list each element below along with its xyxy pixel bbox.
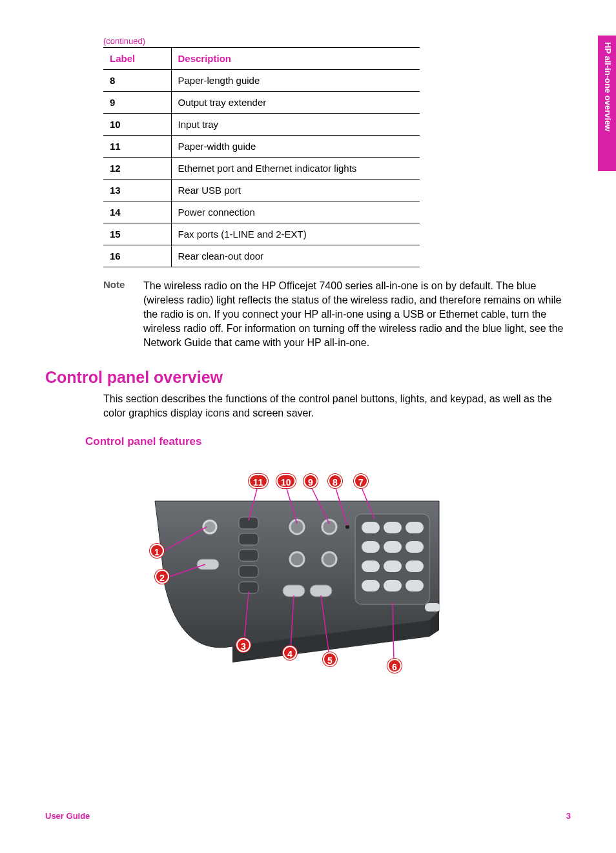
svg-rect-2 xyxy=(384,522,402,533)
control-panel-diagram: 11 10 9 8 7 1 2 3 4 5 6 xyxy=(103,462,452,675)
footer-page-number: 3 xyxy=(566,811,571,821)
callout-8: 8 xyxy=(328,474,342,488)
note-block: Note The wireless radio on the HP Office… xyxy=(103,279,568,350)
svg-rect-5 xyxy=(384,541,402,553)
table-row: 10Input tray xyxy=(103,114,420,136)
svg-rect-27 xyxy=(197,559,219,570)
page-footer: User Guide 3 xyxy=(45,811,571,821)
table-row: 11Paper-width guide xyxy=(103,136,420,158)
cell-label: 11 xyxy=(103,136,171,158)
cell-desc: Output tray extender xyxy=(171,92,420,114)
svg-rect-19 xyxy=(283,585,305,597)
svg-rect-12 xyxy=(406,580,424,591)
svg-rect-10 xyxy=(362,580,380,591)
cell-desc: Rear clean-out door xyxy=(171,245,420,267)
table-row: 9Output tray extender xyxy=(103,92,420,114)
svg-rect-6 xyxy=(406,541,424,553)
svg-rect-23 xyxy=(239,550,258,561)
svg-rect-4 xyxy=(362,541,380,553)
svg-rect-3 xyxy=(406,522,424,533)
cell-desc: Paper-width guide xyxy=(171,136,420,158)
svg-rect-13 xyxy=(425,603,440,611)
svg-rect-11 xyxy=(384,580,402,591)
cell-label: 9 xyxy=(103,92,171,114)
parts-table: Label Description 8Paper-length guide 9O… xyxy=(103,47,420,267)
svg-point-16 xyxy=(290,552,304,566)
table-row: 16Rear clean-out door xyxy=(103,245,420,267)
cell-label: 8 xyxy=(103,70,171,92)
callout-6: 6 xyxy=(387,659,402,673)
svg-rect-9 xyxy=(406,560,424,572)
svg-point-17 xyxy=(322,552,336,566)
table-header-row: Label Description xyxy=(103,48,420,70)
cell-desc: Fax ports (1-LINE and 2-EXT) xyxy=(171,223,420,245)
callout-3: 3 xyxy=(236,638,251,652)
section-intro: This section describes the functions of … xyxy=(103,392,562,420)
continued-marker: (continued) xyxy=(103,36,571,46)
table-row: 8Paper-length guide xyxy=(103,70,420,92)
cell-label: 16 xyxy=(103,245,171,267)
svg-rect-22 xyxy=(239,533,258,545)
cell-desc: Ethernet port and Ethernet indicator lig… xyxy=(171,158,420,180)
panel-illustration xyxy=(103,462,452,675)
cell-desc: Power connection xyxy=(171,201,420,223)
note-body: The wireless radio on the HP Officejet 7… xyxy=(143,279,568,350)
table-row: 13Rear USB port xyxy=(103,180,420,201)
svg-rect-1 xyxy=(362,522,380,533)
callout-4: 4 xyxy=(283,646,297,660)
cell-desc: Input tray xyxy=(171,114,420,136)
col-description: Description xyxy=(171,48,420,70)
callout-1: 1 xyxy=(150,544,164,558)
cell-label: 14 xyxy=(103,201,171,223)
cell-label: 13 xyxy=(103,180,171,201)
callout-11: 11 xyxy=(249,474,268,488)
callout-9: 9 xyxy=(303,474,318,488)
svg-point-15 xyxy=(322,520,336,534)
note-label: Note xyxy=(103,279,143,350)
subsection-heading: Control panel features xyxy=(85,435,571,448)
cell-desc: Paper-length guide xyxy=(171,70,420,92)
footer-left: User Guide xyxy=(45,811,90,821)
svg-rect-24 xyxy=(239,566,258,577)
cell-label: 12 xyxy=(103,158,171,180)
page-content: (continued) Label Description 8Paper-len… xyxy=(0,0,616,675)
section-heading: Control panel overview xyxy=(45,368,571,387)
cell-label: 15 xyxy=(103,223,171,245)
table-row: 12Ethernet port and Ethernet indicator l… xyxy=(103,158,420,180)
callout-5: 5 xyxy=(323,652,337,666)
svg-rect-20 xyxy=(310,585,332,597)
svg-rect-7 xyxy=(362,560,380,572)
table-row: 15Fax ports (1-LINE and 2-EXT) xyxy=(103,223,420,245)
cell-desc: Rear USB port xyxy=(171,180,420,201)
side-tab: HP all-in-one overview xyxy=(598,36,616,171)
col-label: Label xyxy=(103,48,171,70)
table-row: 14Power connection xyxy=(103,201,420,223)
svg-point-14 xyxy=(290,520,304,534)
callout-10: 10 xyxy=(276,474,296,488)
callout-2: 2 xyxy=(155,570,169,584)
cell-label: 10 xyxy=(103,114,171,136)
svg-rect-8 xyxy=(384,560,402,572)
svg-point-26 xyxy=(203,520,216,533)
callout-7: 7 xyxy=(354,474,368,488)
